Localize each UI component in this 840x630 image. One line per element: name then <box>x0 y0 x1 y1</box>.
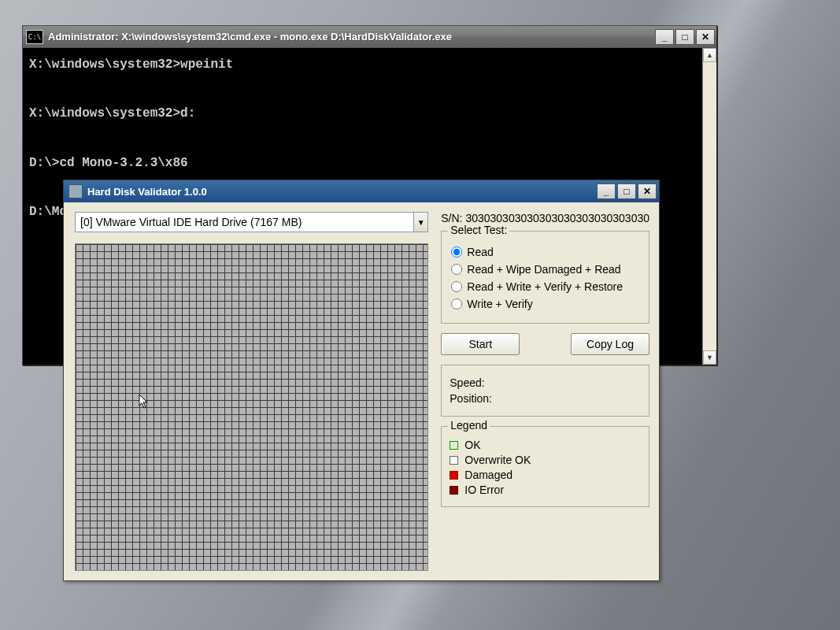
close-button[interactable]: ✕ <box>696 29 715 45</box>
radio-read-wipe[interactable]: Read + Wipe Damaged + Read <box>450 263 641 276</box>
legend-label: OK <box>464 439 480 451</box>
status-box: Speed: Position: <box>441 365 649 417</box>
legend-group: Legend OKOverwrite OKDamagedIO Error <box>441 426 649 507</box>
scroll-down-icon[interactable]: ▼ <box>703 350 716 365</box>
legend-row: Overwrite OK <box>450 454 641 466</box>
radio-read-write-label: Read + Write + Verify + Restore <box>467 280 623 293</box>
legend-label: IO Error <box>464 484 504 496</box>
mouse-cursor-icon <box>139 394 150 410</box>
radio-write-verify-input[interactable] <box>451 298 462 309</box>
cmd-icon: C:\ <box>26 30 43 44</box>
radio-read[interactable]: Read <box>450 246 641 258</box>
cmd-title: Administrator: X:\windows\system32\cmd.e… <box>48 31 653 43</box>
speed-label: Speed: <box>450 376 641 389</box>
hdv-window: Hard Disk Validator 1.0.0 _ □ ✕ [0] VMwa… <box>63 180 660 581</box>
radio-read-label: Read <box>467 246 493 258</box>
legend-title: Legend <box>448 419 490 432</box>
select-test-group: Select Test: Read Read + Wipe Damaged + … <box>441 231 649 324</box>
radio-read-write-input[interactable] <box>451 281 462 292</box>
app-icon <box>68 184 83 198</box>
legend-label: Overwrite OK <box>464 454 531 466</box>
radio-read-write[interactable]: Read + Write + Verify + Restore <box>450 280 641 293</box>
copy-log-button[interactable]: Copy Log <box>571 333 649 355</box>
legend-row: Damaged <box>450 469 641 481</box>
drive-selected-label: [0] VMware Virtual IDE Hard Drive (7167 … <box>80 216 302 228</box>
radio-read-input[interactable] <box>451 246 462 258</box>
radio-write-verify-label: Write + Verify <box>467 298 532 310</box>
legend-row: OK <box>450 439 641 451</box>
radio-write-verify[interactable]: Write + Verify <box>450 298 641 310</box>
close-button[interactable]: ✕ <box>638 183 657 199</box>
sn-label: S/N: <box>441 212 462 224</box>
minimize-button[interactable]: _ <box>655 29 674 45</box>
scrollbar[interactable]: ▲ ▼ <box>702 48 716 365</box>
legend-swatch-icon <box>450 441 458 450</box>
cmd-titlebar[interactable]: C:\ Administrator: X:\windows\system32\c… <box>23 26 716 48</box>
legend-label: Damaged <box>464 469 513 481</box>
scroll-up-icon[interactable]: ▲ <box>703 48 716 62</box>
sector-map <box>75 243 428 571</box>
hdv-titlebar[interactable]: Hard Disk Validator 1.0.0 _ □ ✕ <box>64 180 659 202</box>
start-button[interactable]: Start <box>441 333 520 355</box>
legend-row: IO Error <box>450 484 641 496</box>
sn-value: 303030303030303030303030303030 <box>465 212 649 224</box>
scroll-track[interactable] <box>703 62 716 350</box>
legend-swatch-icon <box>450 456 458 465</box>
radio-read-wipe-input[interactable] <box>451 264 462 275</box>
legend-swatch-icon <box>450 486 458 495</box>
legend-swatch-icon <box>450 471 458 480</box>
maximize-button[interactable]: □ <box>617 183 636 199</box>
position-label: Position: <box>450 392 641 405</box>
maximize-button[interactable]: □ <box>675 29 694 45</box>
serial-number: S/N: 303030303030303030303030303030 <box>441 212 649 224</box>
select-test-label: Select Test: <box>448 224 509 236</box>
drive-select[interactable]: [0] VMware Virtual IDE Hard Drive (7167 … <box>75 212 428 232</box>
hdv-title: Hard Disk Validator 1.0.0 <box>87 186 595 198</box>
minimize-button[interactable]: _ <box>597 183 616 199</box>
chevron-down-icon[interactable]: ▼ <box>413 213 427 232</box>
radio-read-wipe-label: Read + Wipe Damaged + Read <box>467 263 620 276</box>
